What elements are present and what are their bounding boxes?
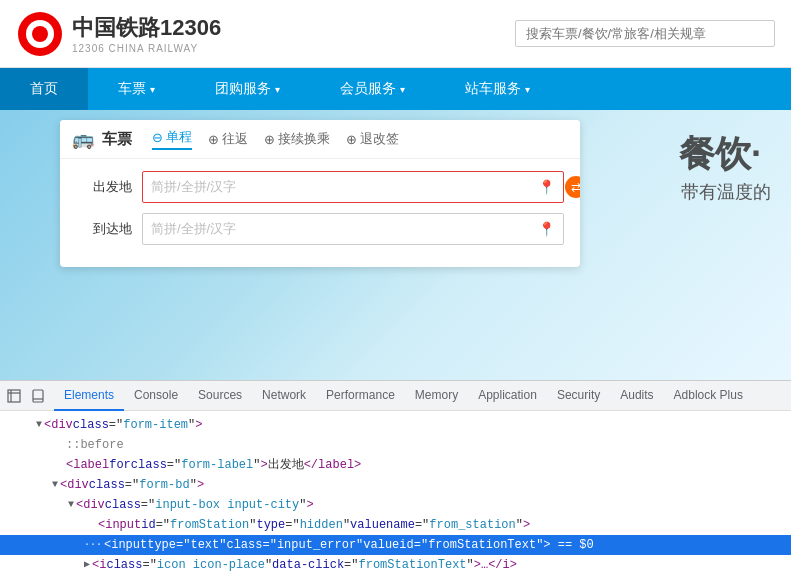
chevron-down-icon: ▾ — [400, 84, 405, 95]
tab-elements-label: Elements — [64, 388, 114, 402]
location-icon: 📍 — [538, 179, 555, 195]
inspect-element-icon[interactable] — [4, 386, 24, 406]
tab-change-label: 退改签 — [360, 130, 399, 148]
nav-item-group[interactable]: 团购服务 ▾ — [185, 68, 310, 110]
logo-icon — [16, 10, 64, 58]
arrival-placeholder: 简拼/全拼/汉字 — [151, 220, 236, 238]
departure-input-box[interactable]: 简拼/全拼/汉字 📍 ⇄ — [142, 171, 564, 203]
triangle-icon-2[interactable] — [52, 476, 58, 494]
tab-return[interactable]: ⊕ 往返 — [208, 130, 248, 148]
tab-adblock-label: Adblock Plus — [674, 388, 743, 402]
tab-console-label: Console — [134, 388, 178, 402]
nav-label-tickets: 车票 — [118, 80, 146, 98]
tab-sources-label: Sources — [198, 388, 242, 402]
tab-security-label: Security — [557, 388, 600, 402]
tab-performance[interactable]: Performance — [316, 381, 405, 411]
ticket-tabs: ⊖ 单程 ⊕ 往返 ⊕ 接续换乘 ⊕ 退改签 — [152, 128, 399, 150]
tab-return-icon: ⊕ — [208, 132, 219, 147]
tab-adblock[interactable]: Adblock Plus — [664, 381, 753, 411]
code-line-5: <div class="input-box input-city"> — [0, 495, 791, 515]
top-bar: 中国铁路12306 12306 CHINA RAILWAY — [0, 0, 791, 68]
form-fields: 出发地 简拼/全拼/汉字 📍 ⇄ 到达地 简拼/全拼/汉字 📍 — [60, 159, 580, 267]
train-icon: 🚌 — [72, 128, 94, 150]
arrival-input-box[interactable]: 简拼/全拼/汉字 📍 — [142, 213, 564, 245]
nav-label-member: 会员服务 — [340, 80, 396, 98]
tab-network-label: Network — [262, 388, 306, 402]
tab-memory[interactable]: Memory — [405, 381, 468, 411]
tab-sources[interactable]: Sources — [188, 381, 252, 411]
tab-change[interactable]: ⊕ 退改签 — [346, 130, 399, 148]
departure-label: 出发地 — [76, 178, 132, 196]
svg-rect-6 — [33, 390, 43, 402]
tab-performance-label: Performance — [326, 388, 395, 402]
arrival-row: 到达地 简拼/全拼/汉字 📍 — [76, 213, 564, 245]
swap-button[interactable]: ⇄ — [565, 176, 580, 198]
logo-subtitle: 12306 CHINA RAILWAY — [72, 43, 221, 54]
devtools-panel: Elements Console Sources Network Perform… — [0, 380, 791, 571]
triangle-icon-3[interactable] — [68, 496, 74, 514]
tab-single-icon: ⊖ — [152, 130, 163, 145]
tab-memory-label: Memory — [415, 388, 458, 402]
tab-return-label: 往返 — [222, 130, 248, 148]
tab-application[interactable]: Application — [468, 381, 547, 411]
tab-transfer-icon: ⊕ — [264, 132, 275, 147]
tab-single-label: 单程 — [166, 128, 192, 146]
code-line-3: <label for class="form-label">出发地</label… — [0, 455, 791, 475]
search-input[interactable] — [515, 20, 775, 47]
tab-audits-label: Audits — [620, 388, 653, 402]
chevron-down-icon: ▾ — [525, 84, 530, 95]
content-area: 🚌 车票 ⊖ 单程 ⊕ 往返 ⊕ 接续换乘 ⊕ 退改签 — [0, 110, 791, 380]
code-line-8: <i class="icon icon-place" data-click="f… — [0, 555, 791, 571]
logo-area: 中国铁路12306 12306 CHINA RAILWAY — [16, 10, 221, 58]
tab-network[interactable]: Network — [252, 381, 316, 411]
ticket-form-header: 🚌 车票 ⊖ 单程 ⊕ 往返 ⊕ 接续换乘 ⊕ 退改签 — [60, 120, 580, 159]
code-line-1: <div class="form-item"> — [0, 415, 791, 435]
departure-row: 出发地 简拼/全拼/汉字 📍 ⇄ — [76, 171, 564, 203]
nav-label-group: 团购服务 — [215, 80, 271, 98]
nav-item-member[interactable]: 会员服务 ▾ — [310, 68, 435, 110]
chevron-down-icon: ▾ — [275, 84, 280, 95]
nav-label-station: 站车服务 — [465, 80, 521, 98]
arrival-label: 到达地 — [76, 220, 132, 238]
device-toggle-icon[interactable] — [28, 386, 48, 406]
logo-title: 中国铁路12306 — [72, 13, 221, 43]
code-line-4: <div class="form-bd"> — [0, 475, 791, 495]
tab-security[interactable]: Security — [547, 381, 610, 411]
nav-item-home[interactable]: 首页 — [0, 68, 88, 110]
svg-rect-3 — [8, 390, 20, 402]
ticket-form: 🚌 车票 ⊖ 单程 ⊕ 往返 ⊕ 接续换乘 ⊕ 退改签 — [60, 120, 580, 267]
nav-label-home: 首页 — [30, 80, 58, 98]
devtools-tabs: Elements Console Sources Network Perform… — [0, 381, 791, 411]
tab-elements[interactable]: Elements — [54, 381, 124, 411]
tab-transfer-label: 接续换乘 — [278, 130, 330, 148]
tab-application-label: Application — [478, 388, 537, 402]
code-line-7-highlighted[interactable]: ··· <input type="text" class="input_erro… — [0, 535, 791, 555]
devtools-code-view: <div class="form-item"> ::before <label … — [0, 411, 791, 571]
code-line-6: <input id="fromStation" type="hidden" va… — [0, 515, 791, 535]
tab-change-icon: ⊕ — [346, 132, 357, 147]
devtools-icon-area — [4, 386, 48, 406]
tab-transfer[interactable]: ⊕ 接续换乘 — [264, 130, 330, 148]
tab-audits[interactable]: Audits — [610, 381, 663, 411]
svg-point-2 — [32, 26, 48, 42]
deco-text-1: 餐饮· — [679, 130, 761, 179]
nav-item-station[interactable]: 站车服务 ▾ — [435, 68, 560, 110]
location-icon-2: 📍 — [538, 221, 555, 237]
triangle-icon[interactable] — [36, 416, 42, 434]
deco-text-2: 带有温度的 — [681, 180, 771, 204]
tab-single[interactable]: ⊖ 单程 — [152, 128, 192, 150]
chevron-down-icon: ▾ — [150, 84, 155, 95]
code-line-2: ::before — [0, 435, 791, 455]
triangle-icon-4[interactable] — [84, 556, 90, 571]
logo-text: 中国铁路12306 12306 CHINA RAILWAY — [72, 13, 221, 54]
nav-bar: 首页 车票 ▾ 团购服务 ▾ 会员服务 ▾ 站车服务 ▾ — [0, 68, 791, 110]
selected-indicator: ··· — [84, 536, 102, 554]
departure-placeholder: 简拼/全拼/汉字 — [151, 178, 236, 196]
nav-item-tickets[interactable]: 车票 ▾ — [88, 68, 185, 110]
tab-console[interactable]: Console — [124, 381, 188, 411]
ticket-section-label: 车票 — [102, 130, 132, 149]
